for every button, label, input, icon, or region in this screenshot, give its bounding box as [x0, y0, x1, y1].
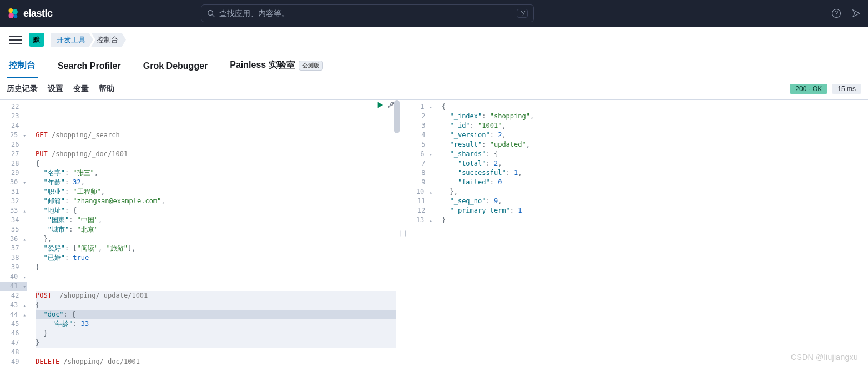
code-line[interactable]: [36, 272, 396, 282]
brand-text: elastic: [23, 8, 53, 19]
svg-point-3: [13, 14, 17, 18]
code-line[interactable]: "successful": 1,: [442, 168, 865, 178]
code-line[interactable]: "国家": "中国",: [36, 215, 396, 225]
code-line[interactable]: "地址": {: [36, 206, 396, 215]
sub-header: 默 开发工具 控制台: [0, 27, 868, 53]
tab-grok-debugger[interactable]: Grok Debugger: [141, 61, 210, 78]
code-line[interactable]: [36, 140, 396, 149]
svg-point-2: [8, 13, 14, 18]
code-line[interactable]: "邮箱": "zhangsan@example.com",: [36, 197, 396, 206]
code-line[interactable]: "名字": "张三",: [36, 168, 396, 178]
request-editor[interactable]: GET /shopping/_searchPUT /shopping/_doc/…: [32, 100, 400, 366]
code-line[interactable]: "城市": "北京": [36, 225, 396, 234]
global-search[interactable]: ^/: [201, 4, 534, 22]
tab-search-profiler[interactable]: Search Profiler: [55, 61, 123, 78]
code-line[interactable]: }: [442, 215, 865, 225]
code-line[interactable]: }: [36, 263, 396, 272]
code-line[interactable]: }: [36, 329, 396, 338]
newsfeed-icon[interactable]: [851, 8, 861, 18]
code-line[interactable]: "_version": 2,: [442, 131, 865, 140]
code-line[interactable]: POST /shopping/_update/1001: [36, 291, 396, 300]
code-line[interactable]: "doc": {: [36, 310, 396, 319]
svg-line-5: [213, 15, 215, 17]
top-header: elastic ^/: [0, 0, 868, 27]
console-toolbar: 历史记录 设置 变量 帮助 200 - OK 15 ms: [0, 78, 868, 99]
svg-point-1: [12, 9, 18, 14]
tab-console[interactable]: 控制台: [7, 59, 38, 78]
brand-logo[interactable]: elastic: [7, 7, 53, 19]
svg-point-7: [836, 16, 837, 17]
code-line[interactable]: },: [442, 187, 865, 197]
run-request-icon[interactable]: [376, 101, 384, 109]
svg-point-4: [208, 11, 213, 16]
breadcrumb: 开发工具 控制台: [51, 33, 126, 47]
code-line[interactable]: "_shards": {: [442, 149, 865, 159]
code-line[interactable]: "_seq_no": 9,: [442, 197, 865, 206]
search-shortcut: ^/: [517, 9, 528, 18]
console-panes: 22 23 24 25 ▾26 27 28 29 30 ▾31 32 33 ▴3…: [0, 99, 868, 366]
breadcrumb-console: 控制台: [91, 33, 126, 47]
help-icon[interactable]: [831, 8, 841, 18]
breadcrumb-dev-tools[interactable]: 开发工具: [51, 33, 93, 47]
code-line[interactable]: "_id": "1001",: [442, 121, 865, 131]
help-button[interactable]: 帮助: [99, 84, 114, 94]
code-line[interactable]: },: [36, 234, 396, 244]
response-status: 200 - OK: [790, 84, 827, 94]
code-line[interactable]: "已婚": true: [36, 253, 396, 263]
search-icon: [207, 9, 215, 17]
response-time: 15 ms: [832, 84, 861, 94]
code-line[interactable]: "年龄": 32,: [36, 178, 396, 187]
beta-badge: 公测版: [299, 61, 323, 71]
request-gutter: 22 23 24 25 ▾26 27 28 29 30 ▾31 32 33 ▴3…: [0, 100, 32, 366]
response-gutter: 1 ▾2 3 4 5 6 ▾7 8 9 10 ▴11 12 13 ▴: [406, 100, 438, 366]
code-line[interactable]: {: [442, 102, 865, 112]
elastic-logo-icon: [7, 7, 19, 19]
search-input[interactable]: [219, 9, 512, 18]
history-button[interactable]: 历史记录: [7, 84, 38, 94]
request-pane[interactable]: 22 23 24 25 ▾26 27 28 29 30 ▾31 32 33 ▴3…: [0, 100, 400, 366]
code-line[interactable]: "爱好": ["阅读", "旅游"],: [36, 244, 396, 253]
variables-button[interactable]: 变量: [73, 84, 89, 94]
devtools-tabs: 控制台 Search Profiler Grok Debugger Painle…: [0, 53, 868, 78]
code-line[interactable]: "_primary_term": 1: [442, 206, 865, 215]
code-line[interactable]: }: [36, 338, 396, 348]
code-line[interactable]: "total": 2,: [442, 159, 865, 168]
response-pane: 1 ▾2 3 4 5 6 ▾7 8 9 10 ▴11 12 13 ▴ { "_i…: [406, 100, 868, 366]
code-line[interactable]: GET /shopping/_search: [36, 131, 396, 140]
response-viewer[interactable]: { "_index": "shopping", "_id": "1001", "…: [438, 100, 868, 366]
scrollbar[interactable]: [394, 100, 400, 133]
code-line[interactable]: "职业": "工程师",: [36, 187, 396, 197]
code-line[interactable]: "年龄": 33: [36, 319, 396, 329]
code-line[interactable]: PUT /shopping/_doc/1001: [36, 149, 396, 159]
code-line[interactable]: {: [36, 300, 396, 310]
nav-toggle-button[interactable]: [9, 33, 22, 47]
code-line[interactable]: [36, 282, 396, 291]
code-line[interactable]: [36, 348, 396, 357]
space-selector[interactable]: 默: [29, 33, 44, 47]
code-line[interactable]: DELETE /shopping/_doc/1001: [36, 357, 396, 366]
code-line[interactable]: "failed": 0: [442, 178, 865, 187]
pane-resize-handle[interactable]: ❘❘: [400, 100, 406, 366]
tab-painless-lab[interactable]: Painless 实验室公测版: [228, 59, 325, 78]
code-line[interactable]: "result": "updated",: [442, 140, 865, 149]
code-line[interactable]: "_index": "shopping",: [442, 112, 865, 121]
settings-button[interactable]: 设置: [48, 84, 63, 94]
code-line[interactable]: {: [36, 159, 396, 168]
